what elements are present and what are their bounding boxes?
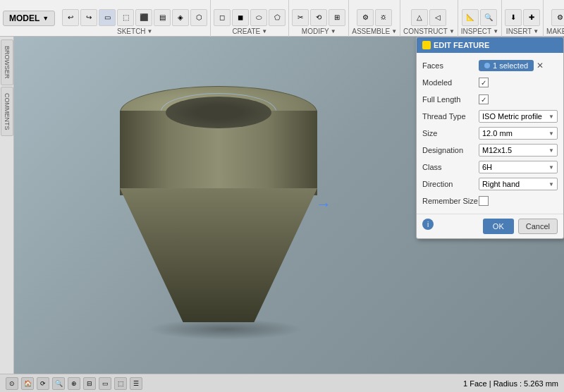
toolbar-group-create: ◻ ◼ ⬭ ⬠ CREATE ▼ [211,0,289,37]
sidebar-browser-tab[interactable]: BROWSER [1,39,13,85]
class-label: Class [422,163,479,171]
panel-row-remember-size: Remember Size [417,192,563,209]
statusbar-icon-8[interactable]: ⬚ [114,377,127,390]
statusbar-icon-2[interactable]: 🏠 [21,377,34,390]
sketch2-icon[interactable]: ⬚ [117,9,134,26]
panel-row-size: Size 12.0 mm ▼ [417,125,563,142]
toolbar-group-sketch: ↩ ↪ ▭ ⬚ ⬛ ▤ ◈ ⬡ SKETCH ▼ [59,0,211,37]
designation-value: M12x1.5 ▼ [479,144,558,157]
faces-selected-button[interactable]: 1 selected [479,60,534,71]
create1-icon[interactable]: ◻ [214,9,231,26]
insert-arrow-icon: ▼ [533,28,539,35]
statusbar-icons: ⊙ 🏠 ⟳ 🔍 ⊕ ⊟ ▭ ⬚ ☰ [6,377,142,390]
direction-arrow-icon: ▼ [548,181,554,188]
cancel-button[interactable]: Cancel [518,219,558,234]
toolbar-group-construct: △ ◁ CONSTRUCT ▼ [400,0,458,37]
modify1-icon[interactable]: ✂ [292,9,309,26]
full-length-label: Full Length [422,95,479,104]
panel-row-faces: Faces 1 selected ✕ [417,57,563,74]
modify-label: MODIFY [302,27,329,35]
insert1-icon[interactable]: ⬇ [505,9,522,26]
sketch3-icon[interactable]: ⬛ [135,9,152,26]
faces-label: Faces [422,61,479,70]
inspect-arrow-icon: ▼ [493,28,498,35]
faces-selected-text: 1 selected [493,61,528,70]
inspect2-icon[interactable]: 🔍 [480,9,497,26]
thread-type-dropdown[interactable]: ISO Metric profile ▼ [479,110,558,123]
redo-icon[interactable]: ↪ [80,9,97,26]
create3-icon[interactable]: ⬭ [250,9,267,26]
sidebar-comments-tab[interactable]: COMMENTS [1,87,13,137]
construct2-icon[interactable]: ◁ [429,9,446,26]
modify2-icon[interactable]: ⟲ [310,9,327,26]
size-text: 12.0 mm [482,129,513,137]
toolbar-group-modify: ✂ ⟲ ⊞ MODIFY ▼ [289,0,349,37]
panel-row-modeled: Modeled [417,74,563,91]
modify3-icon[interactable]: ⊞ [329,9,345,26]
size-label: Size [422,129,479,137]
designation-arrow-icon: ▼ [548,147,554,154]
statusbar-icon-5[interactable]: ⊕ [68,377,80,390]
construct1-icon[interactable]: △ [411,9,428,26]
toolbar-group-make: ⚙ MAKE ▼ [544,0,564,37]
panel-row-designation: Designation M12x1.5 ▼ [417,142,563,159]
model-button[interactable]: MODEL ▼ [3,11,55,26]
statusbar-icon-7[interactable]: ▭ [99,377,111,390]
class-dropdown[interactable]: 6H ▼ [479,161,558,173]
size-arrow-icon: ▼ [548,130,554,137]
create-label: CREATE [232,27,260,35]
direction-dropdown[interactable]: Right hand ▼ [479,178,558,190]
make-label: MAKE [546,27,564,35]
thread-type-arrow-icon: ▼ [548,114,554,120]
class-value: 6H ▼ [479,161,558,173]
panel-header-icon [422,41,431,49]
modify-arrow-icon: ▼ [331,28,336,35]
create2-icon[interactable]: ◼ [232,9,249,26]
main-toolbar: MODEL ▼ ↩ ↪ ▭ ⬚ ⬛ ▤ ◈ ⬡ SKETCH ▼ ◻ ◼ ⬭ ⬠… [0,0,564,37]
3d-arrow: → [316,195,331,214]
statusbar-icon-6[interactable]: ⊟ [83,377,96,390]
faces-dot-icon [484,63,490,68]
insert2-icon[interactable]: ✚ [523,9,540,26]
make1-icon[interactable]: ⚙ [551,9,564,26]
toolbar-group-inspect: 📐 🔍 INSPECT ▼ [458,0,502,37]
sketch1-icon[interactable]: ▭ [99,9,116,26]
direction-value: Right hand ▼ [479,178,558,190]
model-label: MODEL [9,13,39,23]
remember-size-checkbox[interactable] [479,196,489,206]
modeled-checkbox[interactable] [479,78,489,87]
statusbar-icon-4[interactable]: 🔍 [52,377,65,390]
inspect1-icon[interactable]: 📐 [462,9,479,26]
edit-feature-panel: EDIT FEATURE Faces 1 selected ✕ [416,37,564,239]
designation-dropdown[interactable]: M12x1.5 ▼ [479,144,558,157]
sketch5-icon[interactable]: ◈ [172,9,189,26]
thread-type-text: ISO Metric profile [482,112,542,121]
sketch-label: SKETCH [117,27,146,35]
undo-icon[interactable]: ↩ [62,9,79,26]
full-length-checkbox[interactable] [479,94,489,104]
statusbar-icon-9[interactable]: ☰ [130,377,142,390]
statusbar-icon-1[interactable]: ⊙ [6,377,18,390]
edit-panel-body: Faces 1 selected ✕ Modeled [417,53,563,214]
construct-label: CONSTRUCT [403,27,448,35]
create4-icon[interactable]: ⬠ [269,9,286,26]
statusbar-icon-3[interactable]: ⟳ [37,377,49,390]
info-icon[interactable]: i [422,219,434,230]
status-text: 1 Face | Radius : 5.263 mm [463,379,558,388]
size-dropdown[interactable]: 12.0 mm ▼ [479,127,558,140]
thread-type-value: ISO Metric profile ▼ [479,110,558,123]
remember-size-value [479,196,558,206]
status-bar: ⊙ 🏠 ⟳ 🔍 ⊕ ⊟ ▭ ⬚ ☰ 1 Face | Radius : 5.26… [0,374,564,392]
ok-button[interactable]: OK [483,219,514,234]
create-arrow-icon: ▼ [262,28,267,35]
faces-clear-button[interactable]: ✕ [537,61,544,71]
assemble2-icon[interactable]: ⛭ [375,9,392,26]
3d-viewport[interactable]: → Z RIGHT EDIT FEATURE Faces [14,37,564,374]
sketch6-icon[interactable]: ⬡ [190,9,207,26]
sketch4-icon[interactable]: ▤ [154,9,171,26]
edit-panel-header: EDIT FEATURE [417,37,563,53]
full-length-value [479,94,558,104]
sketch-arrow-icon: ▼ [147,28,153,35]
assemble1-icon[interactable]: ⚙ [357,9,374,26]
edit-panel-title: EDIT FEATURE [434,41,489,49]
